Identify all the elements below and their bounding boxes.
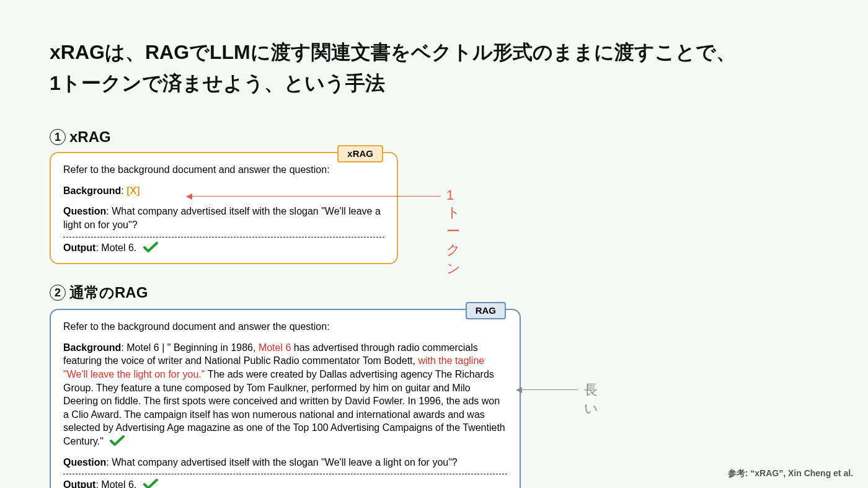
section-xrag: 1xRAG xRAG Refer to the background docum…: [50, 128, 818, 264]
slide-root: xRAGは、RAGでLLMに渡す関連文書をベクトル形式のままに渡すことで、 1ト…: [0, 0, 868, 488]
xrag-prompt: Refer to the background document and ans…: [63, 163, 384, 177]
rag-bg-pre: : Motel 6 | " Beginning in 1986,: [121, 342, 259, 353]
check-icon: [143, 242, 158, 253]
rag-box: RAG Refer to the background document and…: [50, 309, 521, 488]
xrag-question-line: Question: What company advertised itself…: [63, 205, 384, 231]
footer-reference: 参考: “xRAG”, Xin Cheng et al.: [728, 468, 853, 479]
section2-heading-text: 通常のRAG: [69, 284, 148, 301]
circled-number-1: 1: [50, 129, 66, 145]
dashed-separator: [63, 237, 384, 237]
xrag-q-label: Question: [63, 206, 106, 216]
rag-background-line: Background: Motel 6 | " Beginning in 198…: [63, 341, 507, 448]
xrag-out-text: : Motel 6.: [95, 242, 136, 253]
xrag-out-label: Output: [63, 242, 95, 253]
rag-box-wrap: RAG Refer to the background document and…: [50, 309, 521, 488]
rag-question-line: Question: What company advertised itself…: [63, 456, 507, 469]
circled-number-2: 2: [50, 285, 66, 301]
arrow-one-token: [192, 196, 440, 197]
rag-out-label: Output: [63, 479, 95, 488]
section-rag: 2通常のRAG RAG Refer to the background docu…: [50, 283, 818, 488]
rag-output-line: Output: Motel 6.: [63, 478, 507, 488]
rag-bg-post: The ads were created by Dallas advertisi…: [63, 369, 505, 446]
rag-q-label: Question: [63, 457, 106, 468]
xrag-badge: xRAG: [337, 145, 383, 162]
dashed-separator: [63, 474, 507, 474]
xrag-output-line: Output: Motel 6.: [63, 241, 384, 255]
section2-heading: 2通常のRAG: [50, 283, 818, 303]
xrag-box: xRAG Refer to the background document an…: [50, 152, 398, 264]
rag-bg-label: Background: [63, 342, 121, 353]
slide-title: xRAGは、RAGでLLMに渡す関連文書をベクトル形式のままに渡すことで、 1ト…: [50, 37, 818, 99]
title-line-2: 1トークンで済ませよう、という手法: [50, 72, 385, 94]
title-line-1: xRAGは、RAGでLLMに渡す関連文書をベクトル形式のままに渡すことで、: [50, 41, 736, 63]
arrow-head-icon: [516, 387, 522, 393]
xrag-q-text: : What company advertised itself with th…: [63, 206, 381, 230]
xrag-box-wrap: xRAG Refer to the background document an…: [50, 152, 398, 264]
annotation-one-token: 1トークン: [446, 187, 461, 278]
xrag-bg-label: Background: [63, 185, 121, 196]
xrag-bg-token: [X]: [126, 185, 140, 196]
section1-heading: 1xRAG: [50, 128, 818, 146]
annotation-long: 長い: [584, 381, 598, 418]
rag-badge: RAG: [466, 302, 506, 319]
check-icon: [110, 435, 125, 446]
check-icon: [143, 479, 158, 488]
rag-q-text: : What company advertised itself with th…: [106, 457, 457, 468]
arrow-head-icon: [186, 193, 192, 200]
arrow-long: [522, 389, 578, 390]
section1-heading-text: xRAG: [69, 128, 111, 145]
rag-bg-highlight-1: Motel 6: [259, 342, 291, 353]
rag-prompt: Refer to the background document and ans…: [63, 320, 507, 334]
xrag-background-line: Background: [X]: [63, 184, 384, 198]
rag-out-text: : Motel 6.: [95, 479, 136, 488]
